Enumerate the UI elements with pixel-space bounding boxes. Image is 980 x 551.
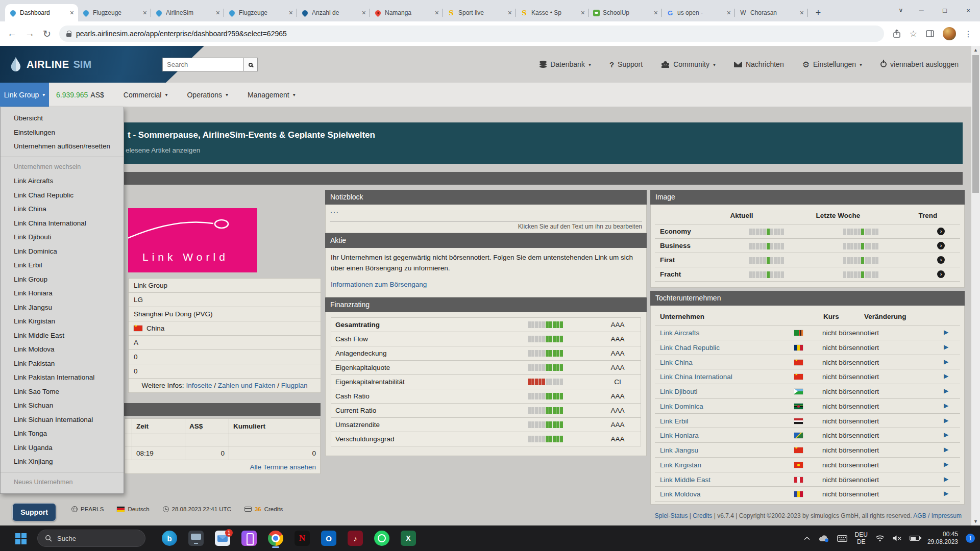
subsidiary-link[interactable]: Link Middle East [660, 476, 710, 484]
dropdown-company-item[interactable]: Link Tonga [1, 427, 124, 441]
dropdown-company-item[interactable]: Link Kirgistan [1, 314, 124, 329]
reload-icon[interactable]: ↻ [43, 28, 51, 40]
company-info-link[interactable]: Flugplan [281, 382, 308, 389]
browser-tab[interactable]: Namanga× [370, 4, 443, 21]
company-info-link[interactable]: Infoseite [186, 382, 212, 389]
dropdown-company-item[interactable]: Link Middle East [1, 329, 124, 343]
search-button[interactable] [244, 58, 258, 71]
nav-company-menu[interactable]: Link Group ▾ [0, 83, 49, 107]
play-icon[interactable]: ▶ [944, 475, 948, 483]
support-button[interactable]: Support [12, 503, 56, 521]
tab-search-chevron-icon[interactable]: ∨ [892, 0, 910, 20]
nav-menu-management[interactable]: Management▾ [248, 91, 296, 99]
subsidiary-link[interactable]: Link China International [660, 373, 732, 381]
footer-status-link[interactable]: Credits [693, 512, 712, 519]
news-title[interactable]: t - Sommerpause, AirlineSim-Events & Gep… [128, 130, 375, 140]
footer-status-link[interactable]: Spiel-Status [655, 512, 688, 519]
browser-tab[interactable]: Gus open -× [662, 4, 735, 21]
nav-menu-operations[interactable]: Operations▾ [187, 91, 228, 99]
bookmark-star-icon[interactable]: ☆ [910, 29, 917, 39]
dropdown-company-item[interactable]: Link Xinjiang [1, 455, 124, 469]
browser-tab[interactable]: Flugzeuge× [78, 4, 151, 21]
battery-icon[interactable] [910, 536, 920, 541]
browser-tab[interactable]: SKasse • Sp× [516, 4, 589, 21]
dropdown-company-item[interactable]: Link Erbil [1, 258, 124, 272]
dropdown-company-item[interactable]: Link Pakistan [1, 357, 124, 371]
play-icon[interactable]: ▶ [944, 372, 948, 380]
tab-close-icon[interactable]: × [362, 9, 366, 17]
dropdown-company-item[interactable]: Link Honiara [1, 286, 124, 300]
play-icon[interactable]: ▶ [944, 446, 948, 453]
start-button-icon[interactable] [15, 533, 20, 538]
scrollbar-thumb[interactable] [972, 55, 979, 193]
subsidiary-link[interactable]: Link Chad Republic [660, 344, 720, 352]
dropdown-company-item[interactable]: Link Jiangsu [1, 300, 124, 315]
dropdown-company-item[interactable]: Link Group [1, 272, 124, 287]
play-icon[interactable]: ▶ [944, 402, 948, 409]
tab-close-icon[interactable]: × [654, 9, 658, 17]
menu-community[interactable]: Community▾ [661, 60, 716, 68]
tab-close-icon[interactable]: × [581, 9, 585, 17]
minimize-button[interactable]: ─ [910, 0, 933, 20]
dropdown-company-item[interactable]: Link Djibouti [1, 230, 124, 244]
wifi-icon[interactable] [875, 535, 885, 542]
taskbar-app-music[interactable]: ♪ [345, 528, 365, 548]
tab-close-icon[interactable]: × [216, 9, 220, 17]
dropdown-company-item[interactable]: Link Sichuan [1, 398, 124, 413]
forward-icon[interactable]: → [25, 28, 35, 39]
subsidiary-link[interactable]: Link Dominica [660, 403, 703, 410]
tab-close-icon[interactable]: × [727, 9, 731, 17]
trend-icon[interactable]: › [937, 228, 945, 235]
credits-indicator[interactable]: 36 Credits [244, 506, 283, 512]
dropdown-company-item[interactable]: Link Dominica [1, 244, 124, 259]
taskbar-app-bing[interactable]: b [159, 528, 180, 548]
legal-link[interactable]: AGB / Impressum [913, 512, 962, 519]
volume-muted-icon[interactable] [892, 535, 902, 542]
dropdown-company-item[interactable]: Link Uganda [1, 441, 124, 455]
onedrive-cloud-icon[interactable] [818, 535, 829, 542]
dropdown-company-item[interactable]: Link Chad Republic [1, 188, 124, 203]
dropdown-item[interactable]: Einstellungen [1, 126, 124, 140]
subsidiary-link[interactable]: Link China [660, 359, 693, 366]
taskbar-clock[interactable]: 00:45 29.08.2023 [927, 531, 958, 546]
trend-icon[interactable]: › [937, 270, 945, 278]
browser-tab[interactable]: Anzahl de× [297, 4, 370, 21]
subsidiary-link[interactable]: Link Honiara [660, 432, 699, 439]
dropdown-item[interactable]: Übersicht [1, 111, 124, 126]
company-info-link[interactable]: Zahlen und Fakten [218, 382, 276, 389]
profile-avatar[interactable] [943, 27, 956, 40]
subsidiary-link[interactable]: Link Jiangsu [660, 446, 698, 454]
taskbar-search[interactable]: Suche [37, 530, 145, 547]
scroll-down-icon[interactable]: ▼ [971, 519, 980, 524]
dropdown-item[interactable]: Unternehmen auflösen/resetten [1, 139, 124, 154]
news-read-link[interactable]: elesene Artikel anzeigen [126, 146, 200, 154]
page-scrollbar[interactable]: ▲ ▼ [971, 46, 980, 525]
play-icon[interactable]: ▶ [944, 329, 948, 336]
url-box[interactable]: pearls.airlinesim.aero/app/enterprise/da… [59, 26, 884, 42]
tab-close-icon[interactable]: × [70, 9, 74, 17]
tab-close-icon[interactable]: × [508, 9, 512, 17]
browser-tab[interactable]: Dashboard× [5, 4, 78, 21]
menu-einstellungen[interactable]: ⚙Einstellungen▾ [802, 60, 862, 69]
browser-tab[interactable]: Flugzeuge× [224, 4, 297, 21]
play-icon[interactable]: ▶ [944, 387, 948, 394]
browser-menu-icon[interactable]: ⋮ [964, 29, 973, 39]
search-input[interactable] [162, 58, 244, 71]
taskbar-app-mail[interactable]: 1 [212, 528, 233, 548]
dropdown-company-item[interactable]: Link China [1, 202, 124, 216]
maximize-button[interactable]: □ [933, 0, 957, 20]
browser-tab[interactable]: AirlineSim× [151, 4, 224, 21]
touch-keyboard-icon[interactable] [837, 535, 847, 542]
notification-count-badge[interactable]: 1 [966, 534, 975, 543]
tab-close-icon[interactable]: × [143, 9, 147, 17]
share-icon[interactable] [892, 29, 901, 38]
taskbar-app-outlook[interactable]: O [318, 528, 339, 548]
dropdown-company-item[interactable]: Link Aircrafts [1, 174, 124, 188]
taskbar-app-netflix[interactable]: N [292, 528, 312, 548]
taskbar-app-phone[interactable] [239, 528, 259, 548]
dropdown-company-item[interactable]: Link Sao Tome [1, 385, 124, 399]
dropdown-company-item[interactable]: Link China International [1, 216, 124, 231]
taskbar-app-chrome[interactable] [265, 528, 286, 548]
taskbar-app-whatsapp[interactable] [372, 528, 392, 548]
menu-datenbank[interactable]: Datenbank▾ [540, 60, 591, 68]
